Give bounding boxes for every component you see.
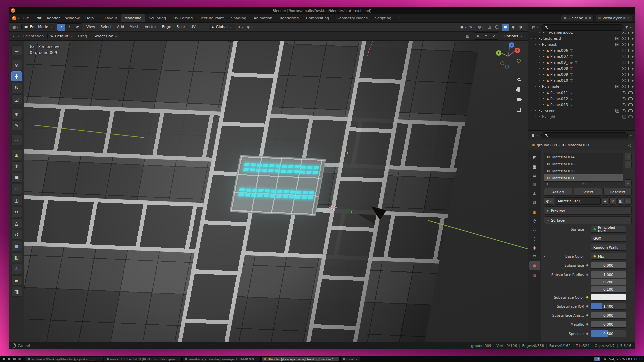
keyframe-dot-icon[interactable]: ·	[628, 330, 632, 337]
keyframe-dot-icon[interactable]: ·	[628, 253, 632, 260]
disclosure-icon[interactable]: ▸	[542, 32, 546, 34]
render-visibility-icon[interactable]	[628, 49, 632, 52]
render-visibility-icon[interactable]	[628, 61, 632, 64]
outliner-row-plane-08-inv[interactable]: ▸▲Plane.08_inv▽	[528, 59, 635, 65]
render-visibility-icon[interactable]	[628, 67, 632, 70]
face-select-button[interactable]: ▱	[73, 24, 82, 31]
keyboard-layout-badge[interactable]: us	[594, 357, 600, 361]
vertex-select-button[interactable]: ∙	[57, 24, 65, 31]
taskbar-window-amalie-analestar-coinregex-f84[interactable]: amalie:~/analestar/coinregex/_f84d07b954…	[183, 357, 261, 361]
tool-annotate[interactable]: ✎	[11, 120, 22, 130]
toggle-xray-button[interactable]: ◫	[486, 24, 493, 31]
properties-tab-object-data[interactable]: ▽	[529, 252, 540, 261]
browse-material-button[interactable]: ◐⌄	[544, 197, 554, 205]
clock[interactable]: Sat, 26 Oct 03:33:33	[609, 357, 642, 361]
render-visibility-icon[interactable]	[628, 37, 632, 40]
outliner-row-plane-012[interactable]: ▸▲Plane.012▽	[528, 96, 635, 102]
hide-eye-icon[interactable]	[622, 97, 626, 100]
disclosure-icon[interactable]: ▾	[538, 43, 541, 46]
outliner-row-plane-010[interactable]: ▸▲Plane.010▽	[528, 77, 635, 83]
keyframe-dot-icon[interactable]: ·	[628, 271, 632, 278]
mix-dropdown[interactable]: Mix⌄	[591, 253, 626, 260]
workspace-tab-geometry-nodes[interactable]: Geometry Nodes	[333, 14, 371, 22]
disclosure-icon[interactable]: ▾	[533, 37, 537, 40]
hide-eye-icon[interactable]	[622, 103, 626, 106]
outliner-row-scene[interactable]: ▾_scene✓	[528, 108, 635, 114]
disclosure-icon[interactable]: ▸	[542, 103, 546, 106]
tool-shear[interactable]: ▰	[11, 275, 22, 285]
tool-rip-region[interactable]: ◨	[11, 287, 22, 297]
workspace-tab-modeling[interactable]: Modeling	[121, 14, 145, 22]
properties-tab-tool[interactable]: ◩	[529, 153, 540, 161]
outliner-row-plane-011[interactable]: ▸▲Plane.011▽	[528, 89, 635, 96]
outliner-row-mask[interactable]: ▾mask✓	[528, 41, 635, 47]
material-name-field[interactable]: Material.021	[555, 197, 601, 205]
render-visibility-icon[interactable]	[628, 109, 632, 112]
include-checkbox[interactable]: ✓	[615, 37, 619, 40]
disclosure-icon[interactable]: ▸	[542, 91, 546, 94]
workspace-tab-compositing[interactable]: Compositing	[302, 14, 333, 22]
include-checkbox[interactable]: ✓	[615, 109, 619, 113]
outliner-row-plane-008[interactable]: ▸▲Plane.008▽	[528, 65, 635, 71]
material-slot-material-016[interactable]: ◐Material.016	[544, 160, 623, 167]
properties-tab-material[interactable]: ●	[529, 261, 540, 270]
apps-menu-icon[interactable]: ≡	[2, 357, 6, 361]
metallic-value-field[interactable]: 0.000	[591, 321, 626, 328]
material-slot-material-014[interactable]: ◐Material.014	[544, 153, 623, 160]
tool-select-box[interactable]: ▭	[11, 45, 22, 55]
drag-dropdown[interactable]: Select Box ⌄	[91, 33, 120, 39]
outliner-row-lights[interactable]: ▾lights	[528, 114, 635, 120]
include-checkbox[interactable]	[622, 115, 626, 119]
properties-tab-render[interactable]: ◙	[529, 162, 540, 170]
outliner-editor-type-button[interactable]: ▤⌄	[531, 24, 539, 31]
assign-button[interactable]: Assign	[544, 188, 572, 196]
tool-rotate[interactable]: ↻	[11, 83, 22, 93]
hide-eye-icon[interactable]	[622, 61, 626, 64]
remove-slot-button[interactable]: -	[625, 161, 632, 168]
properties-editor-type-button[interactable]: ◧⌄	[531, 132, 539, 139]
fake-user-button[interactable]: ◈	[602, 197, 608, 205]
workspace-tab-texture-paint[interactable]: Texture Paint	[196, 14, 227, 22]
viewport-menu-mesh[interactable]: Mesh	[127, 24, 142, 30]
outliner-search-input[interactable]	[541, 24, 623, 31]
mirror-x-toggle[interactable]: X	[474, 33, 482, 39]
tool-bevel[interactable]: ◇	[11, 184, 22, 194]
tool-smooth[interactable]: ●	[11, 241, 22, 251]
node-tree-toggle[interactable]: ◧	[617, 197, 624, 205]
random-walk-dropdown[interactable]: Random Walk⌄	[591, 244, 626, 251]
render-visibility-icon[interactable]	[628, 79, 632, 82]
viewport-3d[interactable]: User Perspective (0) ground.009 X Y Z	[24, 41, 528, 342]
hide-eye-icon[interactable]	[622, 49, 626, 52]
include-checkbox[interactable]: ✓	[615, 85, 619, 88]
disclosure-icon[interactable]: ▾	[538, 115, 541, 118]
subsurface-radius-value-2[interactable]: 0.100	[591, 286, 626, 293]
menu-file[interactable]: File	[20, 15, 32, 21]
slot-specials-button[interactable]: ⌄	[625, 179, 632, 186]
orientation-setting-dropdown[interactable]: ⇅ Default ⌄	[47, 33, 75, 39]
3d-cursor[interactable]	[330, 205, 336, 211]
render-visibility-icon[interactable]	[628, 115, 632, 118]
slot-grip-icon[interactable]: ⠿⠿	[582, 182, 587, 185]
keyframe-dot-icon[interactable]: ·	[628, 226, 632, 233]
mode-dropdown[interactable]: ▣ Edit Mode ⌄	[21, 24, 55, 30]
tool-add-cube[interactable]: ⊞	[11, 150, 22, 160]
tool-cursor[interactable]: ⊙	[11, 60, 22, 70]
scene-browse-icon[interactable]: ▦	[564, 16, 567, 20]
disclosure-icon[interactable]: ▾	[533, 109, 537, 112]
subsurface-value-field[interactable]: 0.000	[591, 262, 626, 269]
disclosure-icon[interactable]: ▸	[542, 61, 546, 64]
outliner-row-simple[interactable]: ▾simple✓	[528, 83, 635, 89]
outliner-row-plane-013[interactable]: ▸▲Plane.013▽	[528, 102, 635, 108]
keyframe-dot-icon[interactable]: ·	[628, 235, 632, 242]
workspace-tab-shading[interactable]: Shading	[227, 14, 250, 22]
include-checkbox[interactable]: ✓	[615, 43, 619, 46]
camera-view-button[interactable]	[515, 96, 523, 104]
taskbar-window-moskit1-1-1-scf-1-0-rgb-color-[interactable]: moskit1:1.1-scf-1.0 (RGB color 8-bit gam…	[104, 357, 182, 361]
shading-solid-button[interactable]: ●	[502, 24, 509, 31]
deselect-button[interactable]: Deselect	[603, 188, 632, 196]
gizmo-axis-z[interactable]: Z	[509, 42, 514, 48]
principled-bsdf-dropdown[interactable]: Principled BSDF⌄	[591, 226, 626, 233]
shading-wireframe-button[interactable]: ◯	[494, 24, 501, 31]
titlebar[interactable]: Blender [/home/amalie/Desktop/blender/pl…	[9, 8, 635, 14]
files-icon[interactable]: ▥	[18, 357, 22, 361]
